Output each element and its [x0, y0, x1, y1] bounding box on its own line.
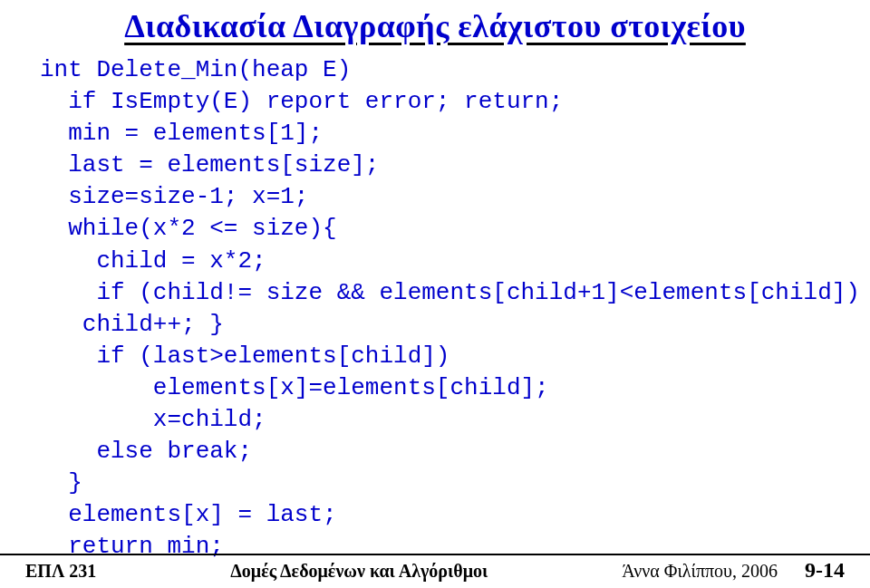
code-line: if (last>elements[child]): [40, 342, 450, 370]
code-line: elements[x] = last;: [40, 501, 337, 528]
code-line: last = elements[size];: [40, 151, 379, 178]
code-line: x=child;: [40, 406, 266, 433]
footer-page-number: 9-14: [805, 558, 845, 582]
code-line: size=size-1; x=1;: [40, 183, 308, 210]
footer: ΕΠΛ 231 Δομές Δεδομένων και Αλγόριθμοι Ά…: [0, 558, 870, 583]
code-line: min = elements[1];: [40, 120, 323, 147]
footer-course-code: ΕΠΛ 231: [25, 561, 96, 582]
footer-rule: [0, 554, 870, 555]
code-block: int Delete_Min(heap E) if IsEmpty(E) rep…: [0, 49, 870, 564]
code-line: if IsEmpty(E) report error; return;: [40, 88, 563, 115]
code-line: else break;: [40, 438, 252, 465]
code-line: child = x*2;: [40, 247, 266, 275]
code-line: return min;: [40, 533, 224, 560]
code-line: int Delete_Min(heap E): [40, 56, 351, 83]
code-line: if (child!= size && elements[child+1]<el…: [40, 279, 860, 306]
footer-author: Άννα Φιλίππου, 2006: [622, 561, 778, 581]
code-line: elements[x]=elements[child];: [40, 374, 549, 401]
footer-course-title: Δομές Δεδομένων και Αλγόριθμοι: [230, 561, 488, 582]
slide: Διαδικασία Διαγραφής ελάχιστου στοιχείου…: [0, 0, 870, 588]
code-line: while(x*2 <= size){: [40, 215, 337, 242]
code-line: }: [40, 469, 82, 496]
code-line: child++; }: [40, 311, 224, 338]
footer-right: Άννα Φιλίππου, 2006 9-14: [622, 558, 845, 583]
slide-title: Διαδικασία Διαγραφής ελάχιστου στοιχείου: [0, 0, 870, 49]
